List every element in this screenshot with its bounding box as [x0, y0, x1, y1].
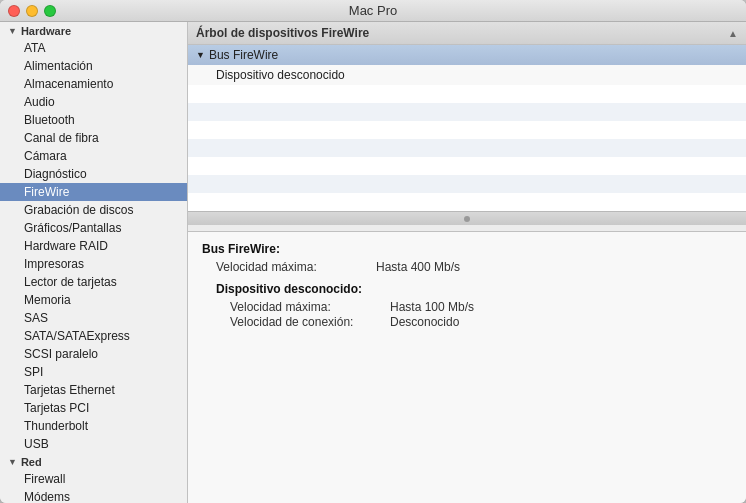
device-connection-value: Desconocido: [390, 315, 459, 329]
sidebar-item-thunderbolt[interactable]: Thunderbolt: [0, 417, 187, 435]
window-title: Mac Pro: [349, 3, 397, 18]
sidebar-section-hardware[interactable]: ▼ Hardware: [0, 22, 187, 39]
titlebar: Mac Pro: [0, 0, 746, 22]
sidebar-item-canal-fibra[interactable]: Canal de fibra: [0, 129, 187, 147]
sidebar-item-alimentacion[interactable]: Alimentación: [0, 57, 187, 75]
tree-empty-row-2: [188, 103, 746, 121]
hardware-section-label: Hardware: [21, 25, 71, 37]
tree-sort-icon: ▲: [728, 28, 738, 39]
sidebar-item-tarjetas-ethernet[interactable]: Tarjetas Ethernet: [0, 381, 187, 399]
close-button[interactable]: [8, 5, 20, 17]
device-label: Dispositivo desconocido: [216, 68, 345, 82]
main-panel: Árbol de dispositivos FireWire ▲ ▼ Bus F…: [188, 22, 746, 503]
bus-firewire-label: Bus FireWire: [209, 48, 278, 62]
sidebar-item-bluetooth[interactable]: Bluetooth: [0, 111, 187, 129]
detail-panel: Bus FireWire: Velocidad máxima: Hasta 40…: [188, 232, 746, 503]
device-speed-value: Hasta 100 Mb/s: [390, 300, 474, 314]
sidebar-item-camara[interactable]: Cámara: [0, 147, 187, 165]
sidebar-item-tarjetas-pci[interactable]: Tarjetas PCI: [0, 399, 187, 417]
sidebar-item-sata[interactable]: SATA/SATAExpress: [0, 327, 187, 345]
tree-empty-row-3: [188, 121, 746, 139]
maximize-button[interactable]: [44, 5, 56, 17]
main-window: Mac Pro ▼ Hardware ATA Alimentación Alma…: [0, 0, 746, 503]
device-speed-row: Velocidad máxima: Hasta 100 Mb/s: [230, 300, 732, 314]
device-detail-section: Dispositivo desconocido: Velocidad máxim…: [216, 282, 732, 329]
sidebar-item-graficos[interactable]: Gráficos/Pantallas: [0, 219, 187, 237]
sidebar-item-almacenamiento[interactable]: Almacenamiento: [0, 75, 187, 93]
sidebar-item-modems[interactable]: Módems: [0, 488, 187, 503]
tree-header-label: Árbol de dispositivos FireWire: [196, 26, 369, 40]
red-section-label: Red: [21, 456, 42, 468]
minimize-button[interactable]: [26, 5, 38, 17]
sidebar-item-spi[interactable]: SPI: [0, 363, 187, 381]
tree-empty-row-4: [188, 139, 746, 157]
sidebar[interactable]: ▼ Hardware ATA Alimentación Almacenamien…: [0, 22, 188, 503]
device-connection-label: Velocidad de conexión:: [230, 315, 390, 329]
traffic-lights: [8, 5, 56, 17]
bus-speed-value: Hasta 400 Mb/s: [376, 260, 460, 274]
tree-child-node[interactable]: Dispositivo desconocido: [188, 65, 746, 85]
hardware-triangle-icon: ▼: [8, 26, 17, 36]
sidebar-item-firewire[interactable]: FireWire: [0, 183, 187, 201]
sidebar-item-audio[interactable]: Audio: [0, 93, 187, 111]
sidebar-item-grabacion[interactable]: Grabación de discos: [0, 201, 187, 219]
sidebar-item-usb[interactable]: USB: [0, 435, 187, 453]
sidebar-item-ata[interactable]: ATA: [0, 39, 187, 57]
bus-triangle-icon: ▼: [196, 50, 205, 60]
sidebar-section-red[interactable]: ▼ Red: [0, 453, 187, 470]
tree-header: Árbol de dispositivos FireWire ▲: [188, 22, 746, 45]
tree-empty-row-5: [188, 157, 746, 175]
sidebar-item-hardware-raid[interactable]: Hardware RAID: [0, 237, 187, 255]
tree-empty-row-1: [188, 85, 746, 103]
sidebar-item-firewall[interactable]: Firewall: [0, 470, 187, 488]
bus-speed-label: Velocidad máxima:: [216, 260, 376, 274]
sidebar-item-lector-tarjetas[interactable]: Lector de tarjetas: [0, 273, 187, 291]
tree-panel[interactable]: Árbol de dispositivos FireWire ▲ ▼ Bus F…: [188, 22, 746, 232]
scroll-dot: [464, 216, 470, 222]
bus-speed-row: Velocidad máxima: Hasta 400 Mb/s: [216, 260, 732, 274]
device-detail-title: Dispositivo desconocido:: [216, 282, 732, 296]
device-connection-row: Velocidad de conexión: Desconocido: [230, 315, 732, 329]
sidebar-item-sas[interactable]: SAS: [0, 309, 187, 327]
tree-empty-row-6: [188, 175, 746, 193]
tree-parent-node[interactable]: ▼ Bus FireWire: [188, 45, 746, 65]
tree-empty-row-7: [188, 193, 746, 211]
bus-detail-title: Bus FireWire:: [202, 242, 732, 256]
device-speed-label: Velocidad máxima:: [230, 300, 390, 314]
red-triangle-icon: ▼: [8, 457, 17, 467]
sidebar-item-diagnostico[interactable]: Diagnóstico: [0, 165, 187, 183]
content-area: ▼ Hardware ATA Alimentación Almacenamien…: [0, 22, 746, 503]
sidebar-item-memoria[interactable]: Memoria: [0, 291, 187, 309]
scroll-indicator: [188, 211, 746, 225]
sidebar-item-scsi[interactable]: SCSI paralelo: [0, 345, 187, 363]
sidebar-item-impresoras[interactable]: Impresoras: [0, 255, 187, 273]
